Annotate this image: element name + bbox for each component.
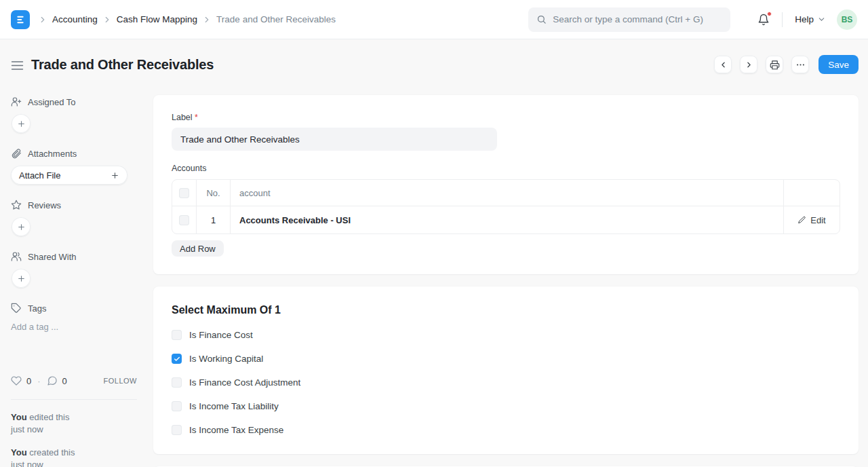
activity-action: edited this [27, 412, 70, 422]
add-row-button[interactable]: Add Row [172, 240, 224, 257]
is-finance-cost-checkbox[interactable] [172, 330, 182, 340]
breadcrumb-item-accounting[interactable]: Accounting [52, 14, 98, 24]
checkbox-label[interactable]: Is Income Tax Liability [189, 401, 279, 411]
label-field-label: Label * [172, 113, 840, 122]
activity-when: just now [11, 459, 137, 467]
save-button[interactable]: Save [818, 55, 859, 74]
printer-icon [770, 60, 780, 70]
add-review-button[interactable] [12, 217, 31, 236]
plus-icon [17, 119, 26, 128]
accounts-table: No. account 1 Accounts Receivable - USI [172, 179, 840, 234]
card-select-maximum: Select Maximum Of 1 Is Finance Cost Is W… [153, 286, 859, 454]
checkbox-label[interactable]: Is Finance Cost Adjustment [189, 377, 300, 388]
previous-document-button[interactable] [714, 56, 732, 73]
chevron-right-icon [745, 60, 753, 69]
assigned-to-section: Assigned To [11, 96, 137, 107]
activity-who: You [11, 412, 27, 422]
check-icon [174, 356, 180, 362]
app-logo[interactable] [11, 10, 30, 29]
attach-file-label: Attach File [19, 170, 60, 181]
print-button[interactable] [766, 56, 783, 73]
attachments-label: Attachments [28, 149, 77, 159]
chevron-right-icon [38, 15, 47, 24]
row-number: 1 [197, 206, 231, 234]
breadcrumb: Accounting Cash Flow Mapping Trade and O… [38, 14, 336, 24]
edit-row-button[interactable]: Edit [797, 215, 825, 225]
activity-edited: You edited this just now [11, 411, 137, 436]
reviews-section: Reviews [11, 200, 137, 210]
navbar-divider [782, 12, 783, 27]
sidebar-toggle-button[interactable] [11, 59, 24, 71]
account-cell-value: Accounts Receivable - USI [239, 215, 351, 225]
comment-icon[interactable] [47, 375, 58, 386]
star-icon [11, 200, 22, 210]
follow-button[interactable]: FOLLOW [104, 377, 137, 385]
checkbox-label[interactable]: Is Working Capital [189, 354, 263, 364]
search-input[interactable] [553, 14, 722, 24]
user-plus-icon [11, 96, 22, 107]
search-icon [536, 14, 547, 24]
engagement-row: 0 · 0 FOLLOW [11, 375, 137, 386]
breadcrumb-item-cash-flow-mapping[interactable]: Cash Flow Mapping [117, 14, 197, 24]
avatar[interactable]: BS [837, 10, 857, 30]
plus-icon [111, 171, 119, 180]
chevron-right-icon [102, 15, 112, 24]
is-income-tax-liability-checkbox[interactable] [172, 401, 182, 411]
help-menu[interactable]: Help [795, 14, 826, 24]
shared-with-section: Shared With [11, 251, 137, 262]
label-text: Label [172, 113, 193, 122]
reviews-label: Reviews [28, 200, 61, 210]
is-income-tax-expense-checkbox[interactable] [172, 425, 182, 435]
add-assignment-button[interactable] [12, 114, 31, 133]
notifications-button[interactable] [757, 14, 770, 26]
shared-with-label: Shared With [28, 252, 77, 262]
paperclip-icon [11, 148, 22, 159]
page-header: Trade and Other Receivables Save [0, 39, 868, 90]
checkbox-row-is-income-tax-liability: Is Income Tax Liability [172, 401, 840, 411]
label-field-input[interactable] [172, 128, 497, 151]
checkbox-row-is-working-capital: Is Working Capital [172, 354, 840, 364]
breadcrumb-item-current: Trade and Other Receivables [216, 14, 336, 24]
is-working-capital-checkbox[interactable] [172, 354, 182, 364]
select-all-checkbox[interactable] [179, 188, 189, 198]
page-title: Trade and Other Receivables [31, 57, 214, 73]
like-count: 0 [26, 376, 31, 386]
column-header-edit [784, 180, 840, 206]
page-layout: Assigned To Attachments Attach File Revi… [0, 90, 868, 467]
chevron-right-icon [202, 15, 212, 24]
add-tag-input[interactable]: Add a tag ... [11, 322, 137, 332]
checkbox-label[interactable]: Is Finance Cost [189, 330, 253, 340]
add-share-button[interactable] [12, 269, 31, 288]
tag-icon [11, 303, 22, 314]
notification-dot [767, 12, 772, 16]
menu-ellipsis-button[interactable] [791, 56, 809, 73]
global-search[interactable] [528, 7, 730, 32]
required-asterisk: * [195, 113, 198, 122]
accounts-field-label: Accounts [172, 164, 840, 173]
avatar-initials: BS [842, 15, 853, 24]
activity-action: created this [27, 447, 75, 457]
heart-icon[interactable] [11, 375, 22, 386]
navbar: Accounting Cash Flow Mapping Trade and O… [0, 0, 868, 39]
help-label: Help [795, 14, 814, 24]
accounts-table-header: No. account [172, 180, 840, 206]
section-title: Select Maximum Of 1 [172, 304, 840, 316]
menu-icon [11, 60, 24, 71]
checkbox-row-is-income-tax-expense: Is Income Tax Expense [172, 425, 840, 435]
attach-file-button[interactable]: Attach File [11, 166, 127, 185]
page-actions: Save [714, 55, 859, 74]
form-sidebar: Assigned To Attachments Attach File Revi… [0, 95, 153, 467]
column-header-account: account [231, 180, 784, 206]
plus-icon [17, 223, 26, 231]
chevron-left-icon [719, 60, 728, 69]
next-document-button[interactable] [740, 56, 757, 73]
sidebar-divider [11, 399, 137, 400]
plus-icon [17, 274, 26, 283]
row-checkbox[interactable] [179, 215, 189, 225]
activity-who: You [11, 447, 27, 457]
tags-label: Tags [28, 303, 46, 314]
is-finance-cost-adjustment-checkbox[interactable] [172, 377, 182, 388]
form-body: Label * Accounts No. account [153, 95, 859, 467]
comment-count: 0 [62, 376, 67, 386]
checkbox-label[interactable]: Is Income Tax Expense [189, 425, 283, 435]
